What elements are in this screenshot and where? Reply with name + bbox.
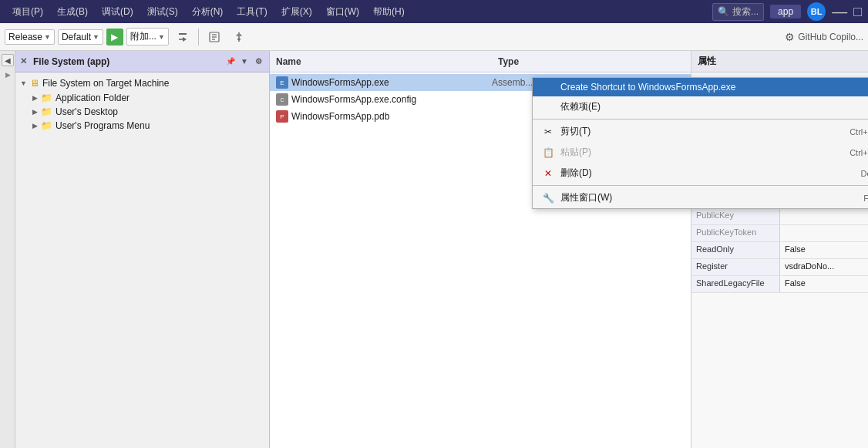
- menu-item[interactable]: 项目(P): [6, 4, 49, 20]
- props-val: vsdraDoNo...: [780, 259, 868, 275]
- ctx-cut-label: 剪切(T): [560, 125, 590, 138]
- programs-arrow-icon: ▶: [32, 122, 38, 130]
- solution-explorer-button[interactable]: [204, 27, 225, 47]
- svg-marker-8: [236, 34, 242, 36]
- props-val: False: [780, 242, 868, 258]
- title-bar: 项目(P)生成(B)调试(D)测试(S)分析(N)工具(T)扩展(X)窗口(W)…: [0, 0, 868, 23]
- config-name: WindowsFormsApp.exe.config: [291, 94, 492, 105]
- menu-item[interactable]: 调试(D): [96, 4, 140, 20]
- paste-icon: 📋: [540, 147, 556, 158]
- props-row[interactable]: ReadOnlyFalse: [691, 242, 868, 259]
- attach-label: 附加...: [130, 30, 156, 43]
- ctx-dependency[interactable]: 依赖项(E): [533, 96, 868, 117]
- left-sidebar-btn-1[interactable]: ◀: [2, 54, 14, 66]
- app-folder-arrow-icon: ▶: [32, 94, 38, 102]
- ctx-delete[interactable]: ✕ 删除(D) Del: [533, 163, 868, 184]
- search-text: 搜索...: [732, 5, 759, 19]
- default-dropdown[interactable]: Default ▼: [58, 29, 103, 45]
- side-nav: ▼ 🖥 File System on Target Machine ▶ 📁 Ap…: [15, 72, 269, 448]
- search-icon: 🔍: [718, 6, 729, 17]
- ctx-properties[interactable]: 🔧 属性窗口(W) F4: [533, 187, 868, 208]
- solution-explorer-icon: [208, 31, 220, 43]
- attach-dropdown[interactable]: 附加... ▼: [126, 28, 169, 45]
- exe-name: WindowsFormsApp.exe: [291, 77, 492, 88]
- desktop-label: User's Desktop: [56, 106, 118, 117]
- root-arrow-icon: ▼: [20, 79, 27, 87]
- panel-gear-icon[interactable]: ⚙: [252, 56, 264, 68]
- release-arrow: ▼: [44, 33, 51, 41]
- ctx-properties-label: 属性窗口(W): [560, 191, 612, 204]
- github-icon: ⚙: [785, 31, 795, 43]
- desktop-folder-icon: 📁: [41, 106, 52, 117]
- nav-users-desktop[interactable]: ▶ 📁 User's Desktop: [15, 105, 269, 119]
- pin-button[interactable]: [228, 27, 250, 47]
- search-box[interactable]: 🔍 搜索...: [712, 3, 764, 21]
- nav-programs-menu[interactable]: ▶ 📁 User's Programs Menu: [15, 119, 269, 133]
- svg-marker-1: [183, 37, 187, 42]
- props-header-label: 属性: [698, 55, 716, 68]
- ctx-paste[interactable]: 📋 粘贴(P) Ctrl+V: [533, 142, 868, 163]
- attach-arrow: ▼: [158, 33, 165, 41]
- props-row[interactable]: RegistervsdraDoNo...: [691, 259, 868, 276]
- menu-item[interactable]: 生成(B): [51, 4, 94, 20]
- github-copilot-label: GitHub Copilo...: [798, 32, 863, 42]
- ctx-delete-label: 删除(D): [560, 167, 592, 180]
- content-area: Name Type E WindowsFormsApp.exe Assemb..…: [270, 51, 691, 448]
- ctx-create-shortcut[interactable]: Create Shortcut to WindowsFormsApp.exe: [533, 78, 868, 96]
- props-header: 属性: [691, 51, 868, 72]
- ctx-paste-label: 粘贴(P): [560, 146, 591, 159]
- props-key: ReadOnly: [691, 242, 780, 258]
- props-val: [780, 225, 868, 241]
- ctx-dependency-label: 依赖项(E): [560, 100, 601, 113]
- props-key: PublicKeyToken: [691, 225, 780, 241]
- left-sidebar: ◀ ▶: [0, 51, 15, 448]
- props-key: Register: [691, 259, 780, 275]
- panel-header-icons: 📌 ▼ ⚙: [224, 56, 264, 68]
- col-name-header: Name: [276, 56, 492, 67]
- ctx-properties-shortcut: F4: [863, 194, 868, 203]
- menu-item[interactable]: 分析(N): [186, 4, 230, 20]
- maximize-button[interactable]: □: [853, 4, 862, 20]
- ctx-separator-1: [533, 119, 868, 120]
- ctx-cut[interactable]: ✂ 剪切(T) Ctrl+X: [533, 121, 868, 142]
- programs-folder-icon: 📁: [41, 120, 52, 131]
- play-button[interactable]: ▶: [106, 29, 123, 45]
- svg-rect-0: [179, 33, 187, 35]
- pdb-name: WindowsFormsApp.pdb: [291, 111, 492, 122]
- menu-item[interactable]: 窗口(W): [320, 4, 365, 20]
- toolbar: Release ▼ Default ▼ ▶ 附加... ▼ ⚙ GitHub C…: [0, 23, 868, 51]
- app-folder-label: Application Folder: [56, 93, 130, 103]
- properties-icon: 🔧: [540, 193, 556, 204]
- menu-item[interactable]: 测试(S): [141, 4, 184, 20]
- props-row[interactable]: SharedLegacyFileFalse: [691, 276, 868, 293]
- pdb-icon: P: [276, 110, 288, 123]
- panel-title: File System (app): [33, 56, 109, 67]
- menu-item[interactable]: 扩展(X): [275, 4, 318, 20]
- panel-close-x[interactable]: ✕: [20, 56, 27, 66]
- ctx-create-shortcut-label: Create Shortcut to WindowsFormsApp.exe: [560, 82, 735, 93]
- menu-item[interactable]: 工具(T): [230, 4, 273, 20]
- user-avatar[interactable]: BL: [807, 2, 826, 21]
- minimize-button[interactable]: —: [832, 3, 847, 21]
- github-copilot-section: ⚙ GitHub Copilo...: [785, 31, 863, 43]
- props-val: False: [780, 276, 868, 292]
- panel-pin-icon[interactable]: 📌: [224, 56, 237, 68]
- nav-application-folder[interactable]: ▶ 📁 Application Folder: [15, 91, 269, 105]
- cut-icon: ✂: [540, 126, 556, 137]
- ctx-cut-shortcut: Ctrl+X: [849, 127, 868, 136]
- props-row[interactable]: PublicKeyToken: [691, 225, 868, 242]
- file-system-panel: ✕ File System (app) 📌 ▼ ⚙ ▼ 🖥 File Syste…: [15, 51, 270, 448]
- menu-item[interactable]: 帮助(H): [367, 4, 411, 20]
- pin-icon: [233, 31, 245, 43]
- step-over-button[interactable]: [172, 27, 193, 47]
- toolbar-separator: [198, 29, 199, 45]
- panel-dropdown-icon[interactable]: ▼: [238, 56, 251, 68]
- nav-root[interactable]: ▼ 🖥 File System on Target Machine: [15, 76, 269, 91]
- config-icon: C: [276, 93, 288, 106]
- props-val: [780, 208, 868, 224]
- menu-bar: 项目(P)生成(B)调试(D)测试(S)分析(N)工具(T)扩展(X)窗口(W)…: [6, 4, 411, 20]
- release-dropdown[interactable]: Release ▼: [5, 29, 55, 45]
- release-label: Release: [8, 32, 42, 42]
- ctx-separator-2: [533, 185, 868, 186]
- props-row[interactable]: PublicKey: [691, 208, 868, 225]
